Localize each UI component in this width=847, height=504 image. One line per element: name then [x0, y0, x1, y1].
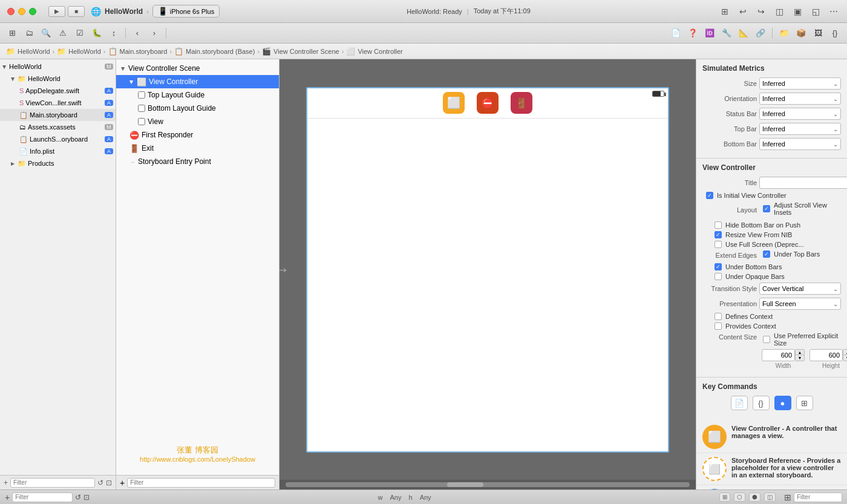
breadcrumb-item-5[interactable]: 🎬 View Controller Scene	[262, 47, 339, 56]
inspector-quick-btn[interactable]: ❓	[685, 27, 700, 40]
nav-item-launchstoryboard[interactable]: 📋 LaunchS...oryboard A	[0, 133, 116, 145]
key-icon-bracket[interactable]: {}	[753, 396, 770, 410]
scheme-selector[interactable]: 🌐 HelloWorld › 📱 iPhone 6s Plus	[91, 5, 220, 18]
key-icon-circle[interactable]: ●	[774, 396, 791, 410]
is-initial-vc-checkbox[interactable]: ✓	[706, 192, 713, 199]
resize-nib-checkbox[interactable]: ✓	[715, 231, 722, 238]
more-btn[interactable]: ⋯	[826, 5, 841, 18]
inspector-attr-btn[interactable]: 🔧	[719, 27, 734, 40]
status-btn-2[interactable]: ⬡	[734, 493, 745, 502]
nav-filter-input[interactable]	[10, 478, 95, 488]
orientation-select[interactable]: Inferred ⌄	[759, 93, 841, 105]
scroll-track[interactable]	[286, 482, 690, 487]
layout3-btn[interactable]: ◱	[808, 5, 823, 18]
minimize-button[interactable]	[18, 8, 25, 15]
height-stepper[interactable]: ▲ ▼	[843, 349, 847, 361]
source-btn[interactable]: ↕	[106, 27, 121, 40]
height-up-btn[interactable]: ▲	[843, 350, 847, 355]
hide-bottom-bar-checkbox[interactable]	[715, 221, 722, 229]
library-snippet-btn[interactable]: {}	[828, 27, 842, 40]
full-screen-depr-checkbox[interactable]	[715, 241, 722, 248]
width-down-btn[interactable]: ▼	[796, 355, 804, 361]
key-icon-doc[interactable]: 📄	[731, 396, 748, 410]
breadcrumb-item-3[interactable]: 📋 Main.storyboard	[108, 47, 168, 56]
scene-item-toplayout[interactable]: Top Layout Guide	[116, 88, 279, 102]
close-button[interactable]	[7, 8, 15, 15]
adjust-scroll-checkbox[interactable]: ✓	[763, 205, 770, 212]
nav-back-btn[interactable]: ‹	[130, 27, 145, 40]
scene-item-view[interactable]: View	[116, 115, 279, 128]
nav-item-infoplist[interactable]: 📄 Info.plist A	[0, 145, 116, 157]
transition-style-select[interactable]: Cover Vertical ⌄	[759, 283, 841, 295]
add-nav-btn[interactable]: +	[4, 479, 8, 487]
add-scene-btn[interactable]: +	[120, 478, 125, 488]
layout2-btn[interactable]: ▣	[790, 5, 805, 18]
width-up-btn[interactable]: ▲	[796, 350, 804, 355]
status-btn-1[interactable]: ⊞	[719, 493, 730, 502]
scene-item-bottomlayout[interactable]: Bottom Layout Guide	[116, 102, 279, 115]
library-obj-btn[interactable]: 📦	[794, 27, 808, 40]
view-checkbox[interactable]	[138, 118, 145, 125]
debug-btn[interactable]: 🐛	[90, 27, 104, 40]
nav-item-mainstoryboard[interactable]: 📋 Main.storyboard A	[0, 109, 116, 121]
status-bar-select[interactable]: Inferred ⌄	[759, 108, 841, 120]
use-preferred-checkbox[interactable]	[763, 336, 770, 343]
inspector-file-btn[interactable]: 📄	[669, 27, 683, 40]
width-stepper[interactable]: ▲ ▼	[795, 349, 805, 361]
warning-btn[interactable]: ⚠	[56, 27, 70, 40]
height-input[interactable]	[809, 349, 843, 361]
nav-item-assets[interactable]: 🗂 Assets.xcassets M	[0, 121, 116, 133]
scene-item-viewcontroller[interactable]: ▶ ⬜ View Controller	[116, 75, 279, 88]
back-icon-btn[interactable]: ↩	[736, 5, 750, 18]
under-bottom-bars-checkbox[interactable]: ✓	[715, 263, 722, 270]
scroll-thumb[interactable]	[447, 482, 483, 487]
bottom-bar-select[interactable]: Inferred ⌄	[759, 138, 841, 150]
scene-item-firstresponder[interactable]: ⛔ First Responder	[116, 128, 279, 142]
scheme-btn[interactable]: 📱 iPhone 6s Plus	[152, 5, 220, 18]
width-input[interactable]	[762, 349, 795, 361]
inspector-conn-btn[interactable]: 🔗	[753, 27, 768, 40]
scene-item-exit[interactable]: 🚪 Exit	[116, 142, 279, 155]
file-inspector-btn[interactable]: 🗂	[22, 27, 36, 40]
inspector-size-btn[interactable]: 📐	[736, 27, 751, 40]
scene-item-scene[interactable]: ▶ View Controller Scene	[116, 62, 279, 75]
canvas-scroll[interactable]: → ⬜	[280, 59, 696, 480]
nav-item-products[interactable]: ▶ 📁 Products	[0, 157, 116, 169]
status-btn-4[interactable]: ◫	[764, 493, 776, 502]
layout1-btn[interactable]: ◫	[772, 5, 786, 18]
nav-forward-btn[interactable]: ›	[147, 27, 162, 40]
top-bar-select[interactable]: Inferred ⌄	[759, 123, 841, 135]
breadcrumb-item-2[interactable]: 📁 HelloWorld	[57, 47, 101, 56]
status-btn-3[interactable]: ⬢	[749, 493, 760, 502]
search-btn[interactable]: 🔍	[39, 27, 53, 40]
vc-title-input[interactable]	[759, 177, 847, 189]
forward-icon-btn[interactable]: ↪	[754, 5, 768, 18]
height-down-btn[interactable]: ▼	[843, 355, 847, 361]
provides-context-checkbox[interactable]	[715, 322, 722, 330]
nav-recent-btn[interactable]: ⊡	[106, 479, 112, 487]
add-status-btn[interactable]: +	[5, 493, 10, 502]
defines-context-checkbox[interactable]	[715, 313, 722, 320]
key-icon-grid[interactable]: ⊞	[796, 396, 813, 410]
status-filter-input[interactable]	[12, 493, 73, 502]
filter-options-btn[interactable]: ↺	[75, 493, 81, 502]
breadcrumb-item-4[interactable]: 📋 Main.storyboard (Base)	[174, 47, 255, 56]
stop-button[interactable]: ■	[68, 6, 85, 17]
run-button[interactable]: ▶	[48, 6, 65, 17]
size-select[interactable]: Inferred ⌄	[759, 77, 841, 90]
nav-item-helloworld-root[interactable]: ▶ HelloWorld M	[0, 61, 116, 73]
layout-checkbox[interactable]	[138, 91, 145, 99]
nav-filter-options-btn[interactable]: ↺	[97, 479, 103, 487]
test-btn[interactable]: ☑	[73, 27, 87, 40]
grid-icon-btn[interactable]: ⊞	[718, 5, 732, 18]
nav-item-helloworld-folder[interactable]: ▶ 📁 HelloWorld	[0, 73, 116, 85]
library-file-btn[interactable]: 📁	[777, 27, 791, 40]
inspector-identity-btn[interactable]: 🆔	[702, 27, 717, 40]
canvas-empty-space[interactable]	[307, 119, 668, 451]
breadcrumb-item-6[interactable]: ⬜ View Controller	[346, 47, 402, 56]
device-frame[interactable]: ⬜ ⛔ 🚪	[306, 87, 669, 453]
add-btn[interactable]: ⊞	[5, 27, 19, 40]
nav-item-viewcontroller[interactable]: S ViewCon...ller.swift A	[0, 97, 116, 109]
filter-recent-btn[interactable]: ⊡	[83, 493, 90, 502]
under-opaque-bars-checkbox[interactable]	[715, 273, 722, 280]
